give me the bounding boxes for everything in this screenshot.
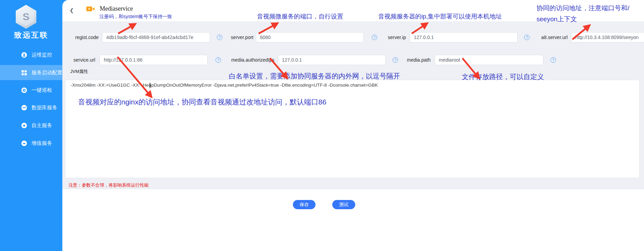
target-icon [21,87,27,93]
field-label-server-ip: server.ip [380,32,406,42]
jvm-properties-label: JVM属性 [70,68,88,75]
heart-icon [21,123,27,128]
field-label-media-authorizedips: media.authorizedIps [223,55,274,65]
services-grid-icon [21,70,27,76]
sidebar-item-value-added-service[interactable]: 增值服务 [0,136,62,151]
field-label-media-path: media.path [392,55,431,65]
annotation-a8-url: 协同的访问地址，注意端口号和/ seeyon上下文 [536,3,629,25]
jvm-properties-value: -Xmx2048m -XX:+UseG1GC -XX:+HeapDumpOnOu… [71,83,634,88]
annotation-server-ip: 音视频服务器的ip,集中部署可以使用本机地址 [378,12,502,21]
annotation-a8-url-line2: seeyon上下文 [536,14,629,25]
help-icon[interactable]: ? [550,57,556,63]
media-authorizedips-input[interactable] [278,55,386,65]
annotation-whitelist: 白名单设置，需要添加协同服务器的内外网，以逗号隔开 [229,72,400,81]
annotation-media-path: 文件存放路径，可以自定义 [462,72,544,81]
monitor-user-icon [21,52,27,58]
annotation-a8-url-line1: 协同的访问地址，注意端口号和/ [536,3,629,14]
save-button[interactable]: 保存 [293,200,315,209]
help-icon[interactable]: ? [215,57,221,63]
sidebar-item-self-service[interactable]: 自主服务 [0,118,62,133]
sidebar-item-label: 服务启动配置 [32,70,62,76]
help-icon[interactable]: ? [524,35,530,40]
regist-code-input[interactable] [102,32,210,42]
video-service-icon [86,6,96,12]
a8-server-url-input[interactable] [571,32,644,42]
sidebar-item-service-startup-config[interactable]: 服务启动配置 [0,65,62,80]
mediaservice-config-page: S 致远互联 运维监控 服务启动配置 一键巡检 数据库服务 自主服务 增值服务 [0,0,644,251]
back-icon[interactable]: ❮ [70,8,75,13]
jvm-properties-textarea[interactable]: -Xmx2048m -XX:+UseG1GC -XX:+HeapDumpOnOu… [65,80,640,178]
sidebar-item-label: 一键巡检 [32,87,52,93]
help-icon[interactable]: ? [372,35,377,40]
server-ip-input[interactable] [410,32,518,42]
sidebar-item-database-service[interactable]: 数据库服务 [0,100,62,115]
field-label-a8-server-url: a8.server.url [533,32,568,42]
annotation-server-port: 音视频微服务的端口，自行设置 [257,12,343,21]
annotation-regist-code: 注册码，和system账号下保持一致 [99,14,172,20]
field-label-server-port: server.port [219,32,253,42]
sidebar-item-one-key-inspection[interactable]: 一键巡检 [0,83,62,98]
text-caret [150,83,150,88]
brand-logo-letter: S [23,11,29,23]
page-title: Mediaservice [100,5,133,12]
sidebar-item-label: 增值服务 [32,140,52,147]
server-port-input[interactable] [256,32,364,42]
field-label-regist-code: regist.code [48,32,99,42]
annotation-nginx-url: 音视频对应的nginx的访问地址，协同查看音视频通过改地址访问，默认端口86 [78,97,326,107]
warning-text: 注意：参数不合理，将影响系统运行性能 [69,182,149,188]
test-button[interactable]: 测试 [332,200,355,209]
sidebar-item-label: 自主服务 [32,122,52,129]
media-path-input[interactable] [435,55,543,65]
crown-coin-icon [21,140,27,146]
field-label-service-url: service.url [48,55,95,65]
service-url-input[interactable] [100,55,208,65]
brand-logo-icon: S [16,5,36,29]
database-pulse-icon [21,105,27,111]
sidebar-item-label: 数据库服务 [32,104,57,111]
